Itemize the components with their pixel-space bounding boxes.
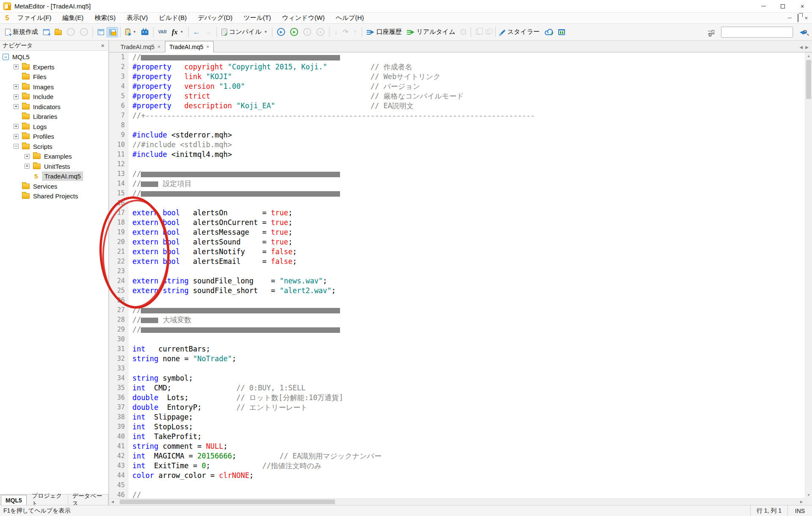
tree-item-examples[interactable]: +Examples xyxy=(0,151,108,162)
navigator-panel-button[interactable] xyxy=(95,27,107,37)
tab-close-icon[interactable]: × xyxy=(206,44,209,50)
paste-button[interactable]: ▼ xyxy=(123,27,139,37)
code-line: 11#include <initmql4.mqh> xyxy=(109,150,805,159)
menu-item-ビルド[interactable]: ビルド(B) xyxy=(154,13,192,23)
functions-button[interactable]: fx▼ xyxy=(169,27,186,38)
scroll-left-icon[interactable]: ◀ xyxy=(109,499,116,505)
minimize-button[interactable] xyxy=(754,0,773,12)
new-window-button[interactable] xyxy=(41,27,52,37)
tree-item-include[interactable]: +Include xyxy=(0,92,108,102)
code-text: // xyxy=(129,490,805,498)
new-file-button[interactable]: 新規作成 xyxy=(3,26,41,38)
cloud-sync-button[interactable] xyxy=(542,27,556,37)
menu-item-デバッグ[interactable]: デバッグ(D) xyxy=(192,13,238,23)
toolbox-panel-button[interactable] xyxy=(107,27,118,37)
realtime-button[interactable]: リアルタイム xyxy=(404,26,458,38)
scroll-up-icon[interactable]: ▲ xyxy=(805,52,812,59)
expand-icon[interactable]: + xyxy=(14,64,19,69)
vertical-scroll-thumb[interactable] xyxy=(806,60,811,99)
metaquotes-robot-button[interactable] xyxy=(139,27,151,37)
pause-button: ∥ xyxy=(301,26,314,38)
menu-item-表示[interactable]: 表示(V) xyxy=(121,13,154,23)
open-folder-button[interactable] xyxy=(52,27,64,37)
tree-item-unittests[interactable]: +UnitTests xyxy=(0,162,108,172)
tab-scroll-left-icon[interactable]: ◀ xyxy=(800,45,803,49)
functions-dropdown-icon[interactable]: ▼ xyxy=(180,30,184,34)
menu-item-ヘルプ[interactable]: ヘルプ(H) xyxy=(330,13,370,23)
debug-real-button[interactable]: ▶ xyxy=(274,26,288,38)
menu-items: ファイル(F)編集(E)検索(S)表示(V)ビルド(B)デバッグ(D)ツール(T… xyxy=(12,13,370,23)
collapse-icon[interactable]: − xyxy=(14,144,19,149)
line-number: 6 xyxy=(109,101,129,111)
editor-tab-2[interactable]: TradeAI.mq5× xyxy=(165,41,213,52)
tree-item-indicators[interactable]: +Indicators xyxy=(0,102,108,112)
close-button[interactable]: × xyxy=(793,0,812,12)
metaquotes-robot-icon xyxy=(141,30,148,35)
code-text: extern string soundFile_short = "alert2.… xyxy=(129,286,805,296)
minimize-icon xyxy=(761,6,766,6)
child-restore-button[interactable] xyxy=(798,14,798,22)
horizontal-scrollbar[interactable]: ◀ ▶ xyxy=(109,498,805,505)
expand-icon[interactable]: + xyxy=(14,84,19,89)
editor-tab-1[interactable]: TradeAI.mq5× xyxy=(117,42,164,52)
account-history-button[interactable]: 口座履歴 xyxy=(364,26,404,38)
code-line: 44color arrow_color = clrNONE; xyxy=(109,471,805,480)
filter-settings-button[interactable] xyxy=(705,27,717,37)
expand-icon[interactable]: + xyxy=(25,154,30,159)
menu-item-編集[interactable]: 編集(E) xyxy=(57,13,89,23)
toolbar-separator xyxy=(120,27,121,37)
tree-item-scripts[interactable]: −Scripts xyxy=(0,142,108,152)
tree-item-libraries[interactable]: Libraries xyxy=(0,112,108,122)
menu-item-ウィンドウ[interactable]: ウィンドウ(W) xyxy=(277,13,330,23)
expand-icon[interactable]: + xyxy=(14,134,19,139)
panel-tab-データベース[interactable]: データベース xyxy=(68,494,108,505)
scroll-down-icon[interactable]: ▼ xyxy=(805,491,812,498)
new-file-icon xyxy=(5,29,11,36)
expand-icon[interactable]: + xyxy=(25,164,30,169)
child-minimize-button[interactable] xyxy=(788,18,792,18)
variables-button[interactable]: VAR xyxy=(156,28,169,36)
market-storage-button[interactable] xyxy=(556,27,568,37)
expand-icon[interactable]: + xyxy=(14,124,19,129)
tree-item-experts[interactable]: +Experts xyxy=(0,62,108,72)
tree-item-images[interactable]: +Images xyxy=(0,82,108,92)
horizontal-scroll-thumb[interactable] xyxy=(120,500,335,504)
debug-visual-icon: ▶ xyxy=(290,28,298,36)
tree-item-files[interactable]: Files xyxy=(0,72,108,82)
menu-item-ツール[interactable]: ツール(T) xyxy=(238,13,277,23)
code-text: extern bool alertsOnCurrent = true; xyxy=(129,218,805,228)
styler-button[interactable]: スタイラー xyxy=(498,26,542,38)
menu-item-ファイル[interactable]: ファイル(F) xyxy=(12,13,57,23)
paste-dropdown-icon[interactable]: ▼ xyxy=(133,30,136,34)
expand-icon[interactable]: + xyxy=(14,94,19,99)
tree-item-tradeai-mq5[interactable]: 5TradeAI.mq5 xyxy=(0,171,108,181)
tree-item-label: UnitTests xyxy=(44,163,70,170)
compile-dropdown-icon[interactable]: ▼ xyxy=(264,30,267,34)
mdi-child-controls: × xyxy=(788,14,812,22)
compile-button[interactable]: コンパイル▼ xyxy=(219,26,270,38)
tab-close-icon[interactable]: × xyxy=(157,44,160,50)
code-editor[interactable]: 1//2#property copyright "Copyright 2015,… xyxy=(109,52,805,498)
comment-block-bar xyxy=(141,172,340,177)
tree-item-mql5[interactable]: ‹›MQL5 xyxy=(0,52,108,62)
mq5-document-icon: 5 xyxy=(3,14,12,22)
child-close-button[interactable]: × xyxy=(804,15,808,21)
vertical-scrollbar[interactable]: ▲ ▼ xyxy=(805,52,812,498)
panel-tab-MQL5[interactable]: MQL5 xyxy=(1,495,27,505)
expand-icon[interactable]: + xyxy=(14,104,19,109)
debug-visual-button[interactable]: ▶ xyxy=(288,26,301,38)
tree-item-profiles[interactable]: +Profiles xyxy=(0,132,108,142)
tab-scroll-right-icon[interactable]: ▶ xyxy=(805,45,809,49)
tree-item-shared-projects[interactable]: Shared Projects xyxy=(0,191,108,201)
navigate-back-button[interactable]: ← xyxy=(191,27,203,38)
tree-item-logs[interactable]: +Logs xyxy=(0,122,108,132)
menu-item-検索[interactable]: 検索(S) xyxy=(89,13,121,23)
panel-tab-プロジェクト[interactable]: プロジェクト xyxy=(27,494,68,505)
editor-area: TradeAI.mq5×TradeAI.mq5×◀▶ 1//2#property… xyxy=(109,41,812,505)
scroll-right-icon[interactable]: ▶ xyxy=(798,499,805,505)
tree-item-services[interactable]: Services xyxy=(0,181,108,192)
search-input[interactable] xyxy=(721,27,803,37)
variables-icon: VAR xyxy=(158,30,167,34)
navigator-close-icon[interactable]: × xyxy=(100,43,106,49)
maximize-button[interactable] xyxy=(773,0,793,12)
